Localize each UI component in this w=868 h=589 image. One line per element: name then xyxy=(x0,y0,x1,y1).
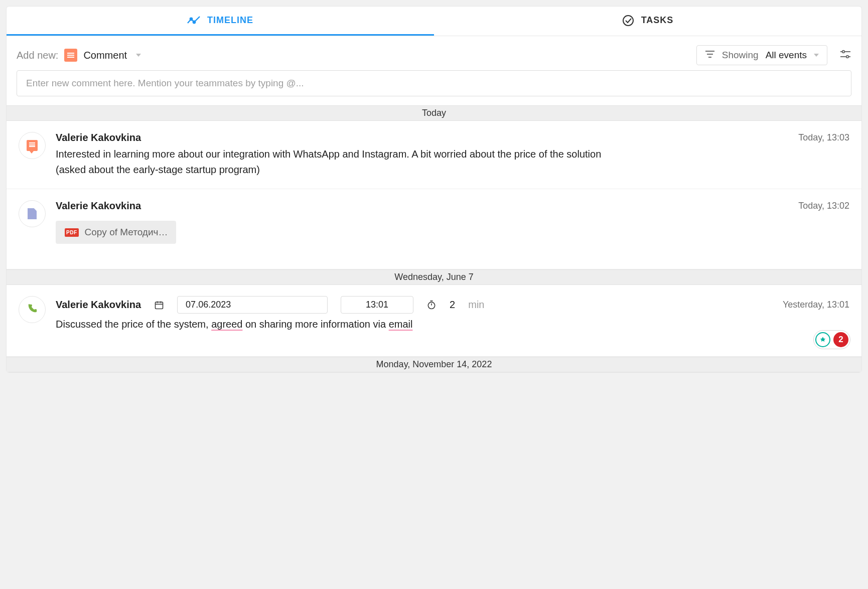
entry-type-select[interactable]: Comment xyxy=(83,50,141,61)
add-new-label: Add new: xyxy=(17,50,58,61)
hint-icon xyxy=(815,332,830,347)
date-header: Today xyxy=(7,105,861,121)
date-header: Monday, November 14, 2022 xyxy=(7,357,861,372)
calendar-icon xyxy=(154,300,164,310)
timeline-panel: TIMELINE TASKS Add new: Comment xyxy=(6,6,862,373)
tab-label: TASKS xyxy=(641,15,674,26)
item-author: Valerie Kakovkina xyxy=(56,132,141,143)
item-timestamp: Yesterday, 13:01 xyxy=(783,300,849,310)
item-author: Valerie Kakovkina xyxy=(56,200,141,212)
timeline-item: Valerie Kakovkina Today, 13:03 Intereste… xyxy=(7,121,861,189)
entry-type-label: Comment xyxy=(83,50,127,61)
assistant-badge[interactable]: 2 xyxy=(813,330,850,349)
tabs: TIMELINE TASKS xyxy=(7,7,861,36)
pdf-icon: PDF xyxy=(65,228,79,237)
filter-value: All events xyxy=(766,50,807,61)
item-timestamp: Today, 13:02 xyxy=(798,201,849,211)
item-type-avatar xyxy=(19,132,46,159)
svg-point-7 xyxy=(842,50,844,52)
item-type-avatar xyxy=(19,200,46,227)
call-duration-value: 2 xyxy=(450,299,455,311)
toolbar: Add new: Comment Showing All events xyxy=(7,36,861,70)
attachment-chip[interactable]: PDF Copy of Методич… xyxy=(56,221,176,244)
phone-icon xyxy=(27,303,38,317)
chevron-down-icon xyxy=(136,54,141,57)
svg-point-14 xyxy=(428,302,435,309)
svg-point-0 xyxy=(190,18,192,20)
svg-point-2 xyxy=(623,16,633,26)
comment-icon xyxy=(64,49,77,62)
item-timestamp: Today, 13:03 xyxy=(798,132,849,143)
timeline-icon xyxy=(187,16,200,25)
timeline-item: Valerie Kakovkina Today, 13:02 PDF Copy … xyxy=(7,189,861,269)
filter-icon xyxy=(705,50,715,61)
tab-tasks[interactable]: TASKS xyxy=(434,7,861,36)
tab-label: TIMELINE xyxy=(207,15,253,26)
item-text: Discussed the price of the system, agree… xyxy=(56,317,608,332)
tab-timeline[interactable]: TIMELINE xyxy=(7,7,434,36)
filter-select[interactable]: Showing All events xyxy=(696,45,827,65)
svg-rect-10 xyxy=(156,302,163,309)
tasks-icon xyxy=(622,15,634,27)
timeline-item: Valerie Kakovkina 2 min Yesterday, 13:0 xyxy=(7,285,861,357)
badge-count: 2 xyxy=(833,332,848,347)
filter-prefix: Showing xyxy=(722,50,759,61)
svg-point-1 xyxy=(193,21,195,23)
item-author: Valerie Kakovkina xyxy=(56,299,141,311)
call-date-input[interactable] xyxy=(177,296,328,314)
call-duration-unit: min xyxy=(468,299,484,311)
comment-input[interactable] xyxy=(17,70,851,96)
date-header: Wednesday, June 7 xyxy=(7,269,861,285)
settings-button[interactable] xyxy=(839,49,851,62)
file-icon xyxy=(28,208,37,219)
comment-icon xyxy=(27,140,38,151)
call-time-input[interactable] xyxy=(341,296,413,314)
item-type-avatar xyxy=(19,296,46,323)
stopwatch-icon xyxy=(426,300,437,310)
attachment-name: Copy of Методич… xyxy=(85,227,168,238)
item-text: Interested in learning more about our in… xyxy=(56,146,608,178)
chevron-down-icon xyxy=(814,54,819,57)
svg-point-9 xyxy=(846,55,848,57)
